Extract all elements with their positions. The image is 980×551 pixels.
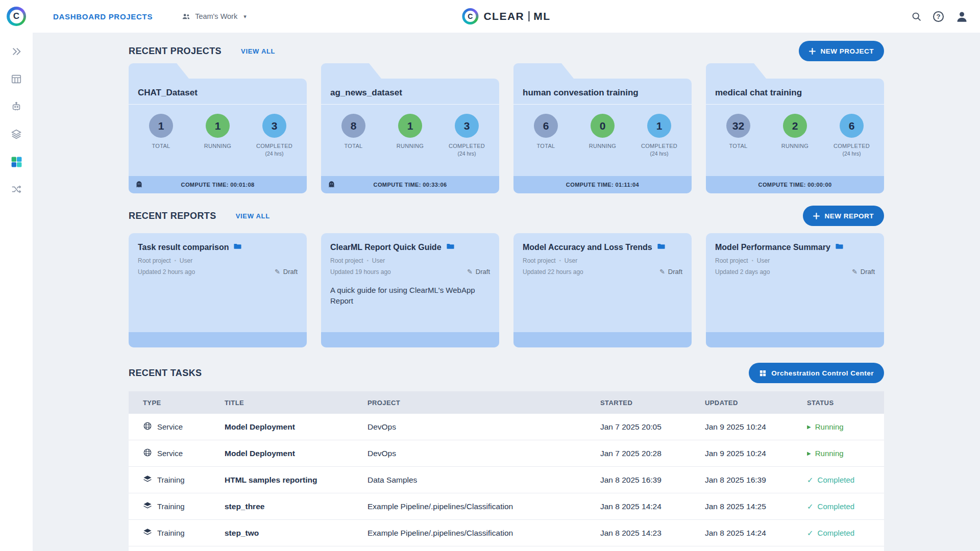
project-card[interactable]: ag_news_dataset 8 TOTAL 1 RUNNING 3 COMP — [321, 63, 499, 193]
report-author: User — [180, 257, 192, 264]
search-icon[interactable] — [911, 11, 922, 22]
reports-view-all-link[interactable]: VIEW ALL — [236, 212, 270, 220]
user-avatar[interactable] — [955, 10, 969, 23]
dot-separator: • — [752, 258, 753, 263]
help-icon[interactable]: ? — [933, 11, 944, 22]
project-card-footer: COMPUTE TIME: 01:11:04 — [513, 176, 692, 193]
ghost-icon — [135, 180, 143, 191]
stat-running: 2 RUNNING — [773, 114, 817, 149]
workers-queues-icon[interactable] — [9, 182, 24, 197]
running-icon: ▶ — [807, 450, 811, 456]
app-logo[interactable]: C — [0, 7, 33, 26]
tasks-table-header: TYPE TITLE PROJECT STARTED UPDATED STATU… — [129, 391, 884, 414]
report-updated: Updated 22 hours ago — [523, 268, 583, 276]
report-project: Root project — [523, 257, 556, 264]
workspace-selector[interactable]: Team's Work ▾ — [181, 12, 247, 21]
completed-count: 6 — [840, 114, 864, 138]
total-count: 1 — [149, 114, 173, 138]
task-updated: Jan 8 2025 16:39 — [705, 475, 807, 485]
report-project: Root project — [138, 257, 171, 264]
report-card[interactable]: ClearML Report Quick Guide Root project … — [321, 233, 499, 347]
pencil-icon: ✎ — [275, 268, 280, 276]
main-area: RECENT PROJECTS VIEW ALL NEW PROJECT CHA… — [33, 33, 980, 551]
new-project-button[interactable]: NEW PROJECT — [799, 41, 884, 61]
col-updated: UPDATED — [705, 399, 807, 407]
sidebar — [0, 33, 33, 551]
orchestration-control-center-button[interactable]: Orchestration Control Center — [749, 363, 884, 383]
dashboard-active-icon[interactable] — [9, 154, 24, 169]
project-card[interactable]: medical chat training 32 TOTAL 2 RUNNING… — [706, 63, 884, 193]
service-icon — [143, 448, 152, 459]
col-title: TITLE — [225, 399, 368, 407]
projects-section-header: RECENT PROJECTS VIEW ALL NEW PROJECT — [129, 41, 884, 61]
service-icon — [143, 421, 152, 432]
report-title: ClearML Report Quick Guide — [330, 243, 442, 252]
task-updated: Jan 8 2025 14:24 — [705, 529, 807, 538]
report-card-footer — [706, 332, 884, 347]
logo-letter: C — [10, 10, 23, 23]
task-row[interactable]: Training step_three Example Pipeline/.pi… — [129, 493, 884, 520]
team-icon — [181, 12, 191, 21]
projects-view-all-link[interactable]: VIEW ALL — [241, 47, 275, 55]
task-title: step_three — [225, 502, 368, 511]
dot-separator: • — [175, 258, 176, 263]
folder-tab — [321, 63, 381, 79]
clearml-logo-icon: C — [462, 8, 478, 24]
table-filler — [129, 546, 884, 551]
report-card-footer — [513, 332, 692, 347]
hyperdatasets-icon[interactable] — [9, 127, 24, 142]
project-card-footer: COMPUTE TIME: 00:01:08 — [129, 176, 307, 193]
stat-running: 1 RUNNING — [196, 114, 240, 149]
stat-total: 8 TOTAL — [332, 114, 376, 149]
stat-completed: 6 COMPLETED (24 hrs) — [830, 114, 874, 157]
task-row[interactable]: Service Model Deployment DevOps Jan 7 20… — [129, 440, 884, 467]
running-count: 0 — [591, 114, 615, 138]
project-card-footer: COMPUTE TIME: 00:00:00 — [706, 176, 884, 193]
brand-divider — [528, 11, 529, 21]
project-card[interactable]: CHAT_Dataset 1 TOTAL 1 RUNNING 3 COMPLET — [129, 63, 307, 193]
task-row[interactable]: Training HTML samples reporting Data Sam… — [129, 467, 884, 493]
folder-tab — [513, 63, 574, 79]
stat-total: 1 TOTAL — [139, 114, 183, 149]
task-project: Data Samples — [368, 475, 600, 485]
report-author: User — [757, 257, 770, 264]
report-card[interactable]: Model Accuracy and Loss Trends Root proj… — [513, 233, 692, 347]
nav-dashboard-projects[interactable]: DASHBOARD PROJECTS — [53, 12, 153, 21]
project-card[interactable]: human convesation training 6 TOTAL 0 RUN… — [513, 63, 692, 193]
project-name: medical chat training — [706, 79, 884, 105]
new-report-button[interactable]: NEW REPORT — [803, 206, 884, 226]
chevron-down-icon: ▾ — [243, 13, 247, 20]
total-count: 6 — [534, 114, 558, 138]
total-count: 8 — [341, 114, 365, 138]
task-started: Jan 8 2025 14:23 — [600, 529, 705, 538]
running-count: 1 — [398, 114, 422, 138]
task-row[interactable]: Training step_two Example Pipeline/.pipe… — [129, 520, 884, 546]
status-badge: ▶ Running — [807, 449, 884, 458]
folder-icon — [446, 242, 455, 253]
status-badge: ▶ Running — [807, 422, 884, 431]
report-updated: Updated 2 days ago — [715, 268, 770, 276]
pencil-icon: ✎ — [852, 268, 857, 276]
task-row[interactable]: Service Model Deployment DevOps Jan 7 20… — [129, 414, 884, 440]
col-started: STARTED — [600, 399, 705, 407]
completed-count: 3 — [455, 114, 479, 138]
running-count: 2 — [783, 114, 807, 138]
report-card[interactable]: Task result comparison Root project • Us… — [129, 233, 307, 347]
datasets-icon[interactable] — [9, 71, 24, 87]
folder-icon — [233, 242, 242, 253]
task-title: Model Deployment — [225, 449, 368, 458]
stat-total: 32 TOTAL — [717, 114, 761, 149]
report-updated: Updated 19 hours ago — [330, 268, 391, 276]
col-project: PROJECT — [368, 399, 600, 407]
task-updated: Jan 9 2025 10:24 — [705, 449, 807, 458]
draft-badge: ✎ Draft — [659, 268, 682, 276]
report-project: Root project — [330, 257, 363, 264]
expand-sidebar-icon[interactable] — [9, 44, 24, 59]
report-card-footer — [321, 332, 499, 347]
project-name: ag_news_dataset — [321, 79, 499, 105]
report-card[interactable]: Model Performance Summary Root project •… — [706, 233, 884, 347]
training-icon — [143, 474, 152, 485]
col-type: TYPE — [143, 399, 225, 407]
pipelines-icon[interactable] — [9, 99, 24, 114]
compute-time: COMPUTE TIME: 00:01:08 — [181, 182, 255, 188]
